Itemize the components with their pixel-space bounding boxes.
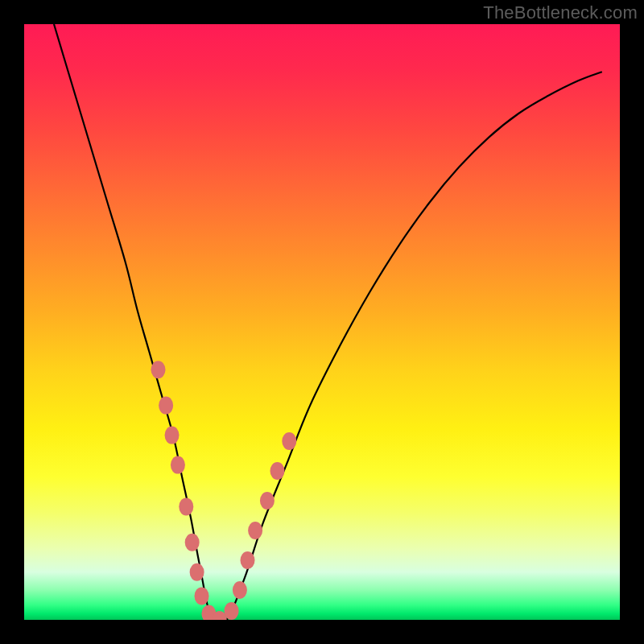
data-marker [260, 492, 275, 510]
data-marker [165, 427, 180, 444]
data-marker [248, 522, 262, 539]
data-marker [190, 564, 204, 581]
data-marker [179, 497, 193, 515]
chart-stage: TheBottleneck.com [0, 0, 644, 644]
data-marker [195, 587, 209, 605]
data-marker [233, 581, 247, 599]
data-marker [282, 432, 296, 450]
marker-group [151, 361, 297, 620]
data-marker [151, 361, 166, 378]
data-marker [171, 456, 185, 474]
data-marker [225, 602, 239, 620]
bottleneck-curve [54, 24, 602, 620]
data-marker [241, 551, 255, 569]
data-marker [185, 534, 200, 551]
plot-area [24, 24, 620, 620]
data-marker [159, 397, 173, 415]
curve-layer [24, 24, 620, 620]
data-marker [270, 462, 285, 480]
watermark-text: TheBottleneck.com [483, 2, 638, 23]
